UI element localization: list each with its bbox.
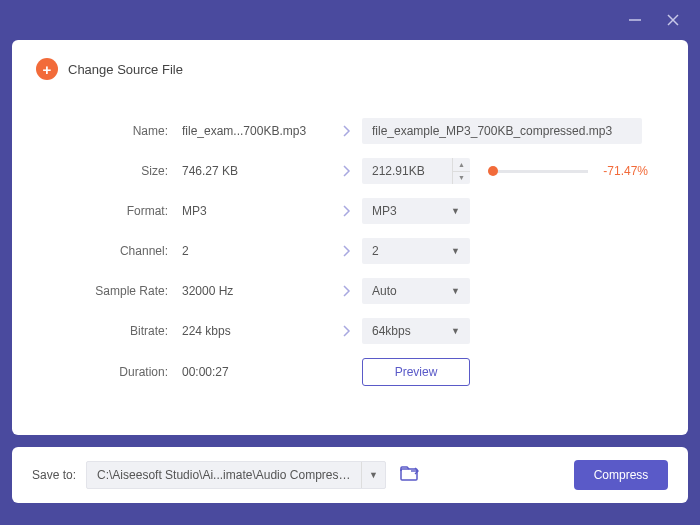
source-sample-rate-value: 32000 Hz	[182, 284, 332, 298]
chevron-down-icon: ▼	[451, 246, 460, 256]
chevron-down-icon: ▼	[451, 286, 460, 296]
size-label: Size:	[52, 164, 182, 178]
add-file-icon[interactable]: +	[36, 58, 58, 80]
channel-dropdown[interactable]: 2 ▼	[362, 238, 470, 264]
source-channel-value: 2	[182, 244, 332, 258]
sample-rate-dropdown[interactable]: Auto ▼	[362, 278, 470, 304]
arrow-icon	[332, 125, 362, 137]
source-bitrate-value: 224 kbps	[182, 324, 332, 338]
duration-value: 00:00:27	[182, 365, 332, 379]
save-path-value: C:\Aiseesoft Studio\Ai...imate\Audio Com…	[87, 468, 361, 482]
save-path-selector[interactable]: C:\Aiseesoft Studio\Ai...imate\Audio Com…	[86, 461, 386, 489]
sample-rate-label: Sample Rate:	[52, 284, 182, 298]
source-name-value: file_exam...700KB.mp3	[182, 124, 332, 138]
size-slider[interactable]	[488, 170, 588, 173]
arrow-icon	[332, 325, 362, 337]
arrow-icon	[332, 205, 362, 217]
slider-thumb[interactable]	[488, 166, 498, 176]
chevron-down-icon: ▼	[451, 206, 460, 216]
sample-rate-dropdown-value: Auto	[372, 284, 397, 298]
change-source-link[interactable]: Change Source File	[68, 62, 183, 77]
compress-button[interactable]: Compress	[574, 460, 668, 490]
channel-label: Channel:	[52, 244, 182, 258]
source-format-value: MP3	[182, 204, 332, 218]
arrow-icon	[332, 165, 362, 177]
size-step-up[interactable]: ▲	[453, 158, 470, 172]
source-size-value: 746.27 KB	[182, 164, 332, 178]
output-size-value: 212.91KB	[362, 164, 452, 178]
minimize-button[interactable]	[628, 13, 642, 27]
name-label: Name:	[52, 124, 182, 138]
arrow-icon	[332, 245, 362, 257]
format-label: Format:	[52, 204, 182, 218]
format-dropdown[interactable]: MP3 ▼	[362, 198, 470, 224]
chevron-down-icon: ▼	[451, 326, 460, 336]
format-dropdown-value: MP3	[372, 204, 397, 218]
size-step-down[interactable]: ▼	[453, 172, 470, 185]
bitrate-label: Bitrate:	[52, 324, 182, 338]
preview-button[interactable]: Preview	[362, 358, 470, 386]
duration-label: Duration:	[52, 365, 182, 379]
open-folder-icon[interactable]	[400, 466, 420, 485]
output-name-input[interactable]: file_example_MP3_700KB_compressed.mp3	[362, 118, 642, 144]
close-button[interactable]	[666, 13, 680, 27]
output-size-stepper[interactable]: 212.91KB ▲ ▼	[362, 158, 470, 184]
save-path-dropdown[interactable]: ▼	[361, 462, 385, 488]
output-name-value: file_example_MP3_700KB_compressed.mp3	[372, 124, 612, 138]
bitrate-dropdown-value: 64kbps	[372, 324, 411, 338]
save-to-label: Save to:	[32, 468, 76, 482]
size-percent: -71.47%	[600, 164, 648, 178]
bitrate-dropdown[interactable]: 64kbps ▼	[362, 318, 470, 344]
channel-dropdown-value: 2	[372, 244, 379, 258]
arrow-icon	[332, 285, 362, 297]
